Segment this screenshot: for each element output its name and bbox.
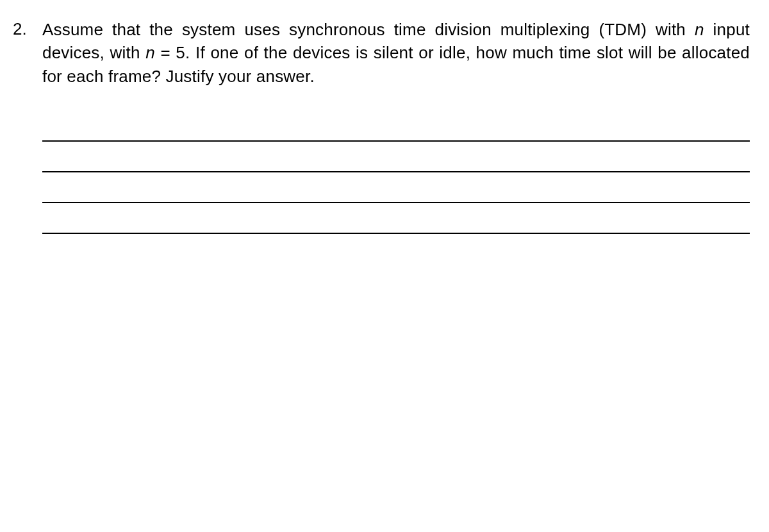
text-prefix: Assume that the system uses synchronous …	[42, 20, 695, 39]
answer-line[interactable]	[42, 115, 750, 142]
question-text: Assume that the system uses synchronous …	[42, 18, 750, 88]
question-body: Assume that the system uses synchronous …	[42, 18, 750, 234]
answer-line[interactable]	[42, 172, 750, 203]
answer-line[interactable]	[42, 203, 750, 234]
variable-n-2: n	[145, 43, 155, 62]
answer-line[interactable]	[42, 142, 750, 172]
variable-n-1: n	[695, 20, 704, 39]
answer-lines-area	[42, 115, 750, 234]
question-block: 2. Assume that the system uses synchrono…	[13, 18, 750, 234]
question-number: 2.	[13, 18, 32, 40]
